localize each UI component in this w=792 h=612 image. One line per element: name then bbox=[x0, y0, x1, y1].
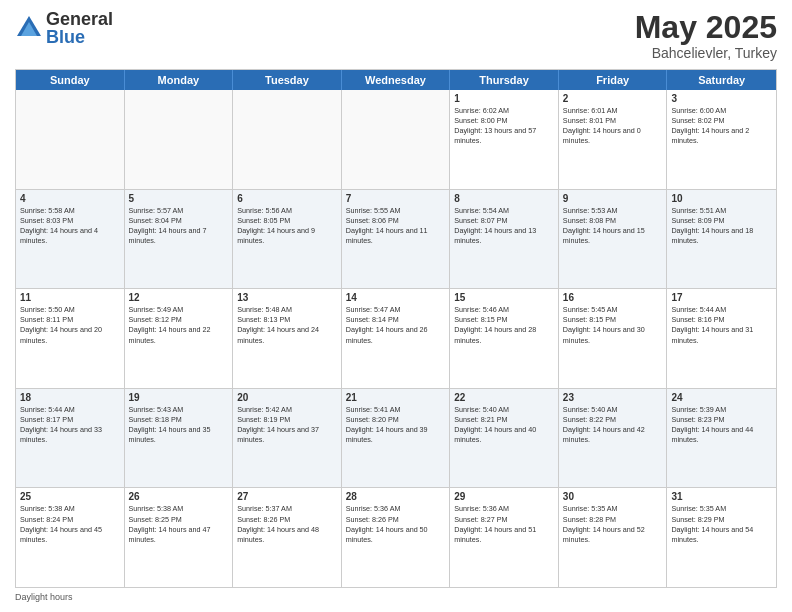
calendar-cell: 27Sunrise: 5:37 AM Sunset: 8:26 PM Dayli… bbox=[233, 488, 342, 587]
calendar-cell: 19Sunrise: 5:43 AM Sunset: 8:18 PM Dayli… bbox=[125, 389, 234, 488]
cell-info: Sunrise: 5:40 AM Sunset: 8:21 PM Dayligh… bbox=[454, 405, 554, 445]
cell-info: Sunrise: 5:36 AM Sunset: 8:27 PM Dayligh… bbox=[454, 504, 554, 544]
cell-info: Sunrise: 5:38 AM Sunset: 8:24 PM Dayligh… bbox=[20, 504, 120, 544]
calendar-cell: 3Sunrise: 6:00 AM Sunset: 8:02 PM Daylig… bbox=[667, 90, 776, 189]
day-number: 7 bbox=[346, 193, 446, 204]
calendar-cell: 6Sunrise: 5:56 AM Sunset: 8:05 PM Daylig… bbox=[233, 190, 342, 289]
cell-info: Sunrise: 5:36 AM Sunset: 8:26 PM Dayligh… bbox=[346, 504, 446, 544]
day-number: 13 bbox=[237, 292, 337, 303]
calendar-row-0: 1Sunrise: 6:02 AM Sunset: 8:00 PM Daylig… bbox=[16, 90, 776, 190]
calendar-cell: 28Sunrise: 5:36 AM Sunset: 8:26 PM Dayli… bbox=[342, 488, 451, 587]
day-number: 17 bbox=[671, 292, 772, 303]
day-number: 19 bbox=[129, 392, 229, 403]
calendar-cell: 9Sunrise: 5:53 AM Sunset: 8:08 PM Daylig… bbox=[559, 190, 668, 289]
cell-info: Sunrise: 5:49 AM Sunset: 8:12 PM Dayligh… bbox=[129, 305, 229, 345]
day-number: 9 bbox=[563, 193, 663, 204]
day-number: 26 bbox=[129, 491, 229, 502]
calendar-cell: 18Sunrise: 5:44 AM Sunset: 8:17 PM Dayli… bbox=[16, 389, 125, 488]
header-day-saturday: Saturday bbox=[667, 70, 776, 90]
cell-info: Sunrise: 5:51 AM Sunset: 8:09 PM Dayligh… bbox=[671, 206, 772, 246]
header: General Blue May 2025 Bahcelievler, Turk… bbox=[15, 10, 777, 61]
calendar-cell: 16Sunrise: 5:45 AM Sunset: 8:15 PM Dayli… bbox=[559, 289, 668, 388]
calendar-cell: 5Sunrise: 5:57 AM Sunset: 8:04 PM Daylig… bbox=[125, 190, 234, 289]
cell-info: Sunrise: 5:38 AM Sunset: 8:25 PM Dayligh… bbox=[129, 504, 229, 544]
cell-info: Sunrise: 5:50 AM Sunset: 8:11 PM Dayligh… bbox=[20, 305, 120, 345]
day-number: 20 bbox=[237, 392, 337, 403]
logo: General Blue bbox=[15, 10, 113, 46]
calendar-cell bbox=[125, 90, 234, 189]
day-number: 27 bbox=[237, 491, 337, 502]
cell-info: Sunrise: 5:37 AM Sunset: 8:26 PM Dayligh… bbox=[237, 504, 337, 544]
cell-info: Sunrise: 6:00 AM Sunset: 8:02 PM Dayligh… bbox=[671, 106, 772, 146]
calendar-cell: 10Sunrise: 5:51 AM Sunset: 8:09 PM Dayli… bbox=[667, 190, 776, 289]
header-day-monday: Monday bbox=[125, 70, 234, 90]
cell-info: Sunrise: 5:48 AM Sunset: 8:13 PM Dayligh… bbox=[237, 305, 337, 345]
cell-info: Sunrise: 5:53 AM Sunset: 8:08 PM Dayligh… bbox=[563, 206, 663, 246]
day-number: 1 bbox=[454, 93, 554, 104]
title-month: May 2025 bbox=[635, 10, 777, 45]
calendar-cell: 21Sunrise: 5:41 AM Sunset: 8:20 PM Dayli… bbox=[342, 389, 451, 488]
day-number: 29 bbox=[454, 491, 554, 502]
day-number: 24 bbox=[671, 392, 772, 403]
cell-info: Sunrise: 6:01 AM Sunset: 8:01 PM Dayligh… bbox=[563, 106, 663, 146]
logo-blue: Blue bbox=[46, 28, 113, 46]
cell-info: Sunrise: 5:39 AM Sunset: 8:23 PM Dayligh… bbox=[671, 405, 772, 445]
day-number: 30 bbox=[563, 491, 663, 502]
day-number: 21 bbox=[346, 392, 446, 403]
day-number: 8 bbox=[454, 193, 554, 204]
cell-info: Sunrise: 5:57 AM Sunset: 8:04 PM Dayligh… bbox=[129, 206, 229, 246]
calendar-cell: 25Sunrise: 5:38 AM Sunset: 8:24 PM Dayli… bbox=[16, 488, 125, 587]
day-number: 5 bbox=[129, 193, 229, 204]
calendar-cell: 14Sunrise: 5:47 AM Sunset: 8:14 PM Dayli… bbox=[342, 289, 451, 388]
calendar-cell: 29Sunrise: 5:36 AM Sunset: 8:27 PM Dayli… bbox=[450, 488, 559, 587]
calendar-cell: 22Sunrise: 5:40 AM Sunset: 8:21 PM Dayli… bbox=[450, 389, 559, 488]
day-number: 28 bbox=[346, 491, 446, 502]
calendar-cell bbox=[342, 90, 451, 189]
day-number: 15 bbox=[454, 292, 554, 303]
calendar-cell: 13Sunrise: 5:48 AM Sunset: 8:13 PM Dayli… bbox=[233, 289, 342, 388]
cell-info: Sunrise: 5:44 AM Sunset: 8:17 PM Dayligh… bbox=[20, 405, 120, 445]
cell-info: Sunrise: 5:46 AM Sunset: 8:15 PM Dayligh… bbox=[454, 305, 554, 345]
title-block: May 2025 Bahcelievler, Turkey bbox=[635, 10, 777, 61]
day-number: 16 bbox=[563, 292, 663, 303]
cell-info: Sunrise: 5:44 AM Sunset: 8:16 PM Dayligh… bbox=[671, 305, 772, 345]
cell-info: Sunrise: 5:42 AM Sunset: 8:19 PM Dayligh… bbox=[237, 405, 337, 445]
footer-note: Daylight hours bbox=[15, 588, 777, 602]
cell-info: Sunrise: 5:55 AM Sunset: 8:06 PM Dayligh… bbox=[346, 206, 446, 246]
calendar-cell: 24Sunrise: 5:39 AM Sunset: 8:23 PM Dayli… bbox=[667, 389, 776, 488]
header-day-friday: Friday bbox=[559, 70, 668, 90]
logo-icon bbox=[15, 14, 43, 42]
header-day-tuesday: Tuesday bbox=[233, 70, 342, 90]
calendar-cell: 7Sunrise: 5:55 AM Sunset: 8:06 PM Daylig… bbox=[342, 190, 451, 289]
day-number: 2 bbox=[563, 93, 663, 104]
day-number: 31 bbox=[671, 491, 772, 502]
calendar-cell: 8Sunrise: 5:54 AM Sunset: 8:07 PM Daylig… bbox=[450, 190, 559, 289]
day-number: 14 bbox=[346, 292, 446, 303]
calendar: SundayMondayTuesdayWednesdayThursdayFrid… bbox=[15, 69, 777, 588]
day-number: 25 bbox=[20, 491, 120, 502]
calendar-cell: 12Sunrise: 5:49 AM Sunset: 8:12 PM Dayli… bbox=[125, 289, 234, 388]
day-number: 11 bbox=[20, 292, 120, 303]
logo-text: General Blue bbox=[46, 10, 113, 46]
calendar-cell: 26Sunrise: 5:38 AM Sunset: 8:25 PM Dayli… bbox=[125, 488, 234, 587]
day-number: 6 bbox=[237, 193, 337, 204]
cell-info: Sunrise: 5:58 AM Sunset: 8:03 PM Dayligh… bbox=[20, 206, 120, 246]
cell-info: Sunrise: 5:45 AM Sunset: 8:15 PM Dayligh… bbox=[563, 305, 663, 345]
day-number: 22 bbox=[454, 392, 554, 403]
day-number: 23 bbox=[563, 392, 663, 403]
calendar-row-1: 4Sunrise: 5:58 AM Sunset: 8:03 PM Daylig… bbox=[16, 190, 776, 290]
calendar-cell bbox=[16, 90, 125, 189]
title-location: Bahcelievler, Turkey bbox=[635, 45, 777, 61]
calendar-cell: 20Sunrise: 5:42 AM Sunset: 8:19 PM Dayli… bbox=[233, 389, 342, 488]
calendar-row-4: 25Sunrise: 5:38 AM Sunset: 8:24 PM Dayli… bbox=[16, 488, 776, 587]
calendar-cell: 2Sunrise: 6:01 AM Sunset: 8:01 PM Daylig… bbox=[559, 90, 668, 189]
calendar-row-2: 11Sunrise: 5:50 AM Sunset: 8:11 PM Dayli… bbox=[16, 289, 776, 389]
cell-info: Sunrise: 6:02 AM Sunset: 8:00 PM Dayligh… bbox=[454, 106, 554, 146]
calendar-cell: 30Sunrise: 5:35 AM Sunset: 8:28 PM Dayli… bbox=[559, 488, 668, 587]
page: General Blue May 2025 Bahcelievler, Turk… bbox=[0, 0, 792, 612]
calendar-cell: 4Sunrise: 5:58 AM Sunset: 8:03 PM Daylig… bbox=[16, 190, 125, 289]
cell-info: Sunrise: 5:41 AM Sunset: 8:20 PM Dayligh… bbox=[346, 405, 446, 445]
calendar-row-3: 18Sunrise: 5:44 AM Sunset: 8:17 PM Dayli… bbox=[16, 389, 776, 489]
calendar-cell: 1Sunrise: 6:02 AM Sunset: 8:00 PM Daylig… bbox=[450, 90, 559, 189]
day-number: 10 bbox=[671, 193, 772, 204]
